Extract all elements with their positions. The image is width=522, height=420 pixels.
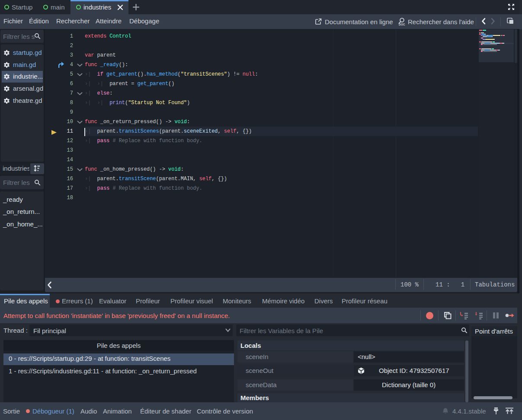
svg-text:DOC: DOC bbox=[399, 23, 405, 26]
